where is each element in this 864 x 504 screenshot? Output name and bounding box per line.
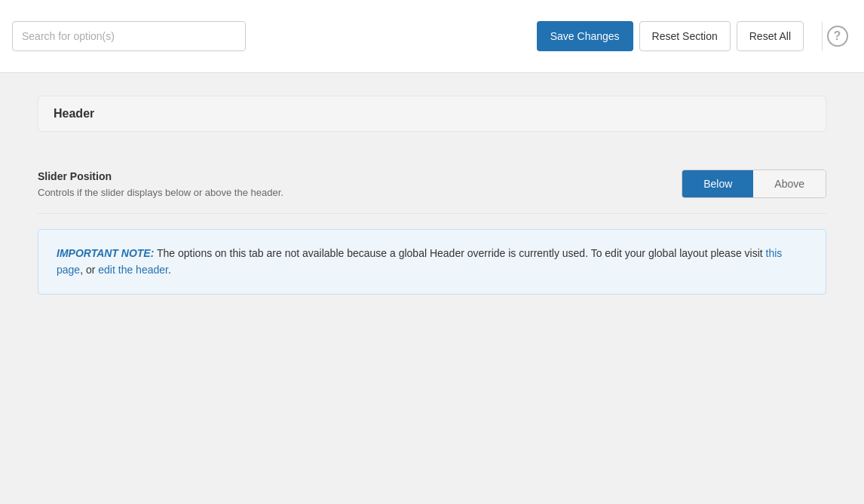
- save-changes-button[interactable]: Save Changes: [537, 21, 633, 51]
- help-button[interactable]: ?: [822, 21, 852, 51]
- reset-section-button[interactable]: Reset Section: [639, 21, 731, 51]
- edit-header-link[interactable]: edit the header: [98, 264, 168, 276]
- search-input[interactable]: [12, 21, 246, 51]
- toolbar-right: Save Changes Reset Section Reset All ?: [537, 21, 852, 51]
- note-separator: , or: [80, 264, 98, 276]
- note-text: IMPORTANT NOTE: The options on this tab …: [57, 245, 807, 279]
- section-header: Header: [38, 96, 826, 132]
- slider-below-button[interactable]: Below: [682, 170, 753, 197]
- option-info: Slider Position Controls if the slider d…: [38, 170, 283, 198]
- slider-above-button[interactable]: Above: [753, 170, 826, 197]
- question-mark-icon: ?: [827, 26, 848, 47]
- note-label: IMPORTANT NOTE:: [57, 247, 154, 259]
- note-body: The options on this tab are not availabl…: [154, 247, 765, 259]
- toolbar: Save Changes Reset Section Reset All ?: [0, 0, 864, 73]
- note-end: .: [168, 264, 171, 276]
- option-label: Slider Position: [38, 170, 283, 182]
- slider-position-row: Slider Position Controls if the slider d…: [38, 154, 826, 214]
- option-description: Controls if the slider displays below or…: [38, 187, 283, 198]
- toolbar-left: [12, 21, 246, 51]
- main-content: Header Slider Position Controls if the s…: [0, 73, 864, 504]
- important-note-box: IMPORTANT NOTE: The options on this tab …: [38, 229, 826, 295]
- reset-all-button[interactable]: Reset All: [737, 21, 804, 51]
- slider-position-toggle: Below Above: [682, 170, 826, 198]
- section-title: Header: [54, 107, 94, 120]
